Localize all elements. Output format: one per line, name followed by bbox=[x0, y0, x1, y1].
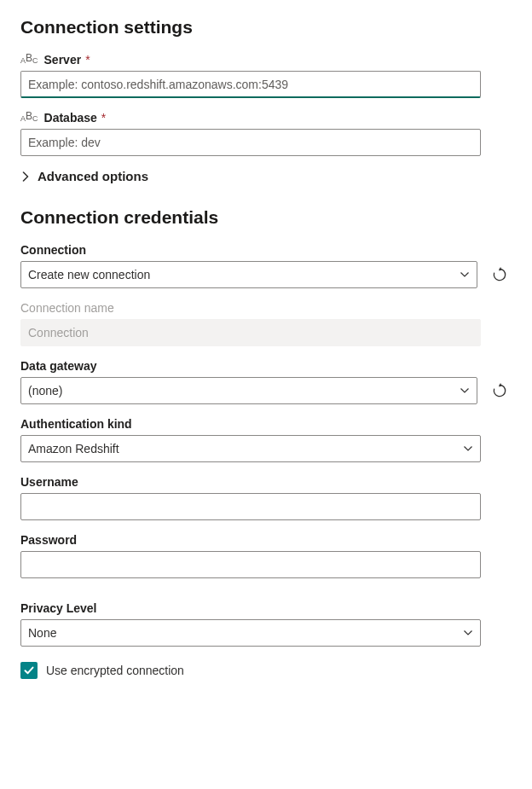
required-indicator: * bbox=[85, 53, 90, 67]
refresh-gateway-button[interactable] bbox=[488, 379, 512, 403]
privacy-level-field: Privacy Level None bbox=[20, 601, 512, 647]
privacy-level-label-text: Privacy Level bbox=[20, 601, 97, 615]
connection-name-value: Connection bbox=[28, 326, 89, 339]
username-label: Username bbox=[20, 475, 512, 489]
data-gateway-select-value: (none) bbox=[28, 384, 62, 397]
text-type-icon: ABC bbox=[20, 113, 38, 123]
server-label-text: Server bbox=[44, 53, 82, 67]
database-label-text: Database bbox=[44, 111, 97, 125]
connection-name-label: Connection name bbox=[20, 301, 512, 315]
chevron-down-icon bbox=[460, 270, 470, 280]
encrypted-checkbox-label: Use encrypted connection bbox=[46, 664, 184, 677]
database-field: ABC Database * bbox=[20, 111, 512, 156]
connection-label: Connection bbox=[20, 243, 512, 257]
connection-name-input: Connection bbox=[20, 319, 481, 346]
server-label: ABC Server * bbox=[20, 53, 512, 67]
username-field: Username bbox=[20, 475, 512, 520]
privacy-level-label: Privacy Level bbox=[20, 601, 512, 615]
encrypted-checkbox[interactable] bbox=[20, 662, 38, 679]
chevron-down-icon bbox=[460, 386, 470, 396]
database-input[interactable] bbox=[20, 129, 481, 156]
auth-kind-label-text: Authentication kind bbox=[20, 417, 132, 431]
connection-label-text: Connection bbox=[20, 243, 86, 257]
password-field: Password bbox=[20, 533, 512, 578]
data-gateway-label-text: Data gateway bbox=[20, 359, 96, 373]
connection-name-label-text: Connection name bbox=[20, 301, 114, 315]
password-label: Password bbox=[20, 533, 512, 547]
chevron-down-icon bbox=[463, 628, 473, 638]
data-gateway-field: Data gateway (none) bbox=[20, 359, 512, 404]
text-type-icon: ABC bbox=[20, 55, 38, 65]
connection-select[interactable]: Create new connection bbox=[20, 261, 477, 288]
server-field: ABC Server * bbox=[20, 53, 512, 98]
username-label-text: Username bbox=[20, 475, 78, 489]
chevron-down-icon bbox=[463, 444, 473, 454]
refresh-connection-button[interactable] bbox=[488, 263, 512, 287]
encrypted-checkbox-row: Use encrypted connection bbox=[20, 662, 512, 679]
privacy-level-select-value: None bbox=[28, 626, 56, 640]
connection-settings-title: Connection settings bbox=[20, 17, 512, 38]
password-input[interactable] bbox=[20, 551, 481, 578]
auth-kind-select-value: Amazon Redshift bbox=[28, 442, 119, 455]
connection-credentials-title: Connection credentials bbox=[20, 207, 512, 228]
data-gateway-label: Data gateway bbox=[20, 359, 512, 373]
required-indicator: * bbox=[101, 111, 106, 125]
auth-kind-label: Authentication kind bbox=[20, 417, 512, 431]
connection-select-value: Create new connection bbox=[28, 268, 150, 281]
auth-kind-select[interactable]: Amazon Redshift bbox=[20, 435, 481, 462]
auth-kind-field: Authentication kind Amazon Redshift bbox=[20, 417, 512, 462]
advanced-options-label: Advanced options bbox=[38, 169, 148, 183]
connection-field: Connection Create new connection bbox=[20, 243, 512, 288]
privacy-level-select[interactable]: None bbox=[20, 619, 481, 647]
connection-name-field: Connection name Connection bbox=[20, 301, 512, 346]
advanced-options-expander[interactable]: Advanced options bbox=[20, 169, 512, 183]
password-label-text: Password bbox=[20, 533, 77, 547]
server-input[interactable] bbox=[20, 71, 481, 98]
database-label: ABC Database * bbox=[20, 111, 512, 125]
data-gateway-select[interactable]: (none) bbox=[20, 377, 477, 404]
username-input[interactable] bbox=[20, 493, 481, 520]
chevron-right-icon bbox=[20, 171, 31, 182]
